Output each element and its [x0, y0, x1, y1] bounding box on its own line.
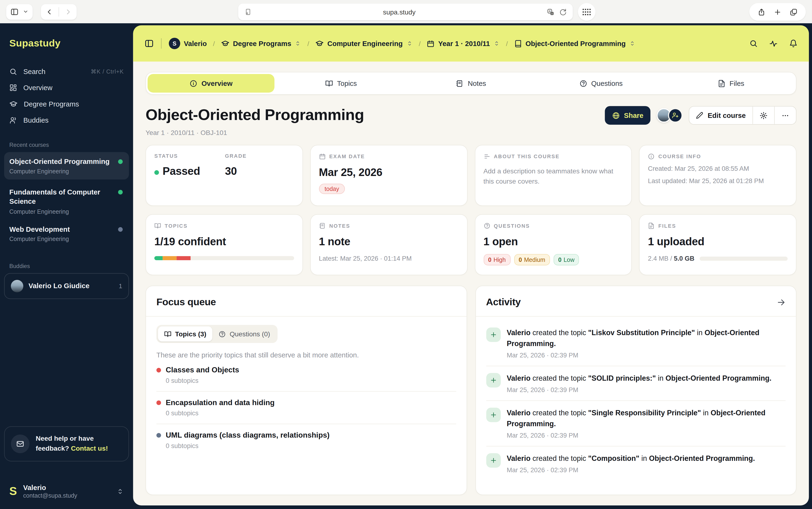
sidebar-item-degree-programs[interactable]: Degree Programs [4, 96, 129, 112]
course-info-label-text: COURSE INFO [658, 154, 701, 159]
plus-icon [490, 377, 497, 384]
file-icon [648, 223, 655, 229]
reader-icon[interactable] [244, 8, 252, 16]
sidebar-nav: Search ⌘K / Ctrl+K Overview Degree Progr… [4, 64, 129, 128]
breadcrumb-user-label: Valerio [184, 40, 207, 47]
search-icon [9, 68, 17, 76]
chevrons-up-down-icon [295, 40, 301, 46]
topic-title: Classes and Objects [166, 366, 239, 374]
about-label: ABOUT THIS COURSE [483, 153, 623, 160]
storage-total: 5.0 GB [674, 255, 694, 262]
notes-label: NOTES [319, 223, 459, 229]
activity-item[interactable]: Valerio created the topic "SOLID princip… [486, 366, 786, 400]
grade-col: GRADE 30 [225, 153, 247, 178]
activity-user: Valerio [507, 329, 530, 337]
topic-status-dot [156, 368, 161, 372]
notes-card: NOTES 1 note Latest: Mar 25, 2026 · 01:1… [310, 214, 468, 275]
browser-sidebar-control[interactable] [6, 4, 33, 19]
panel-sidebar-icon[interactable] [10, 8, 19, 16]
new-tab-icon[interactable] [774, 8, 782, 16]
tab-files[interactable]: Files [667, 74, 794, 93]
buddy-item[interactable]: Valerio Lo Giudice 1 [4, 273, 129, 299]
activity-content: Valerio created the topic "Liskov Substi… [507, 328, 786, 359]
bell-icon[interactable] [789, 39, 798, 48]
course-item-webdev[interactable]: Web Development Computer Engineering [4, 219, 129, 247]
forward-icon[interactable] [64, 8, 72, 16]
add-collaborator-button[interactable] [668, 108, 683, 123]
tab-questions[interactable]: Questions [537, 74, 664, 93]
url-text[interactable]: supa.study [252, 8, 547, 16]
user-menu[interactable]: S Valerio contact@supa.study [4, 480, 129, 502]
course-item-fundamentals[interactable]: Fundamentals of Computer Science Compute… [4, 183, 129, 219]
activity-time: Mar 25, 2026 · 02:39 PM [507, 386, 772, 394]
grid-icon [583, 8, 591, 15]
back-icon[interactable] [45, 8, 54, 16]
help-circle-icon [483, 223, 490, 229]
sidebar: Supastudy Search ⌘K / Ctrl+K Overview De… [0, 23, 133, 509]
activity-topic: "Liskov Substitution Principle" [588, 329, 695, 337]
reload-icon[interactable] [559, 8, 567, 16]
page-title: Object-Oriented Programming [146, 106, 364, 124]
activity-list: Valerio created the topic "Liskov Substi… [475, 317, 796, 489]
activity-item[interactable]: Valerio created the topic "Liskov Substi… [486, 321, 786, 366]
activity-course: Object-Oriented Programming. [665, 374, 772, 382]
activity-header: Activity [475, 286, 796, 316]
storage-used: 2.4 MB / [648, 255, 672, 262]
focus-item[interactable]: Classes and Objects 0 subtopics [156, 359, 456, 391]
breadcrumb-course-area[interactable]: Computer Engineering [315, 39, 412, 48]
browser-window-controls [749, 3, 806, 21]
status-dot [154, 170, 159, 175]
breadcrumb-user[interactable]: S Valerio [169, 38, 207, 49]
sidebar-item-overview[interactable]: Overview [4, 80, 129, 96]
activity-item[interactable]: Valerio created the topic "Composition" … [486, 446, 786, 480]
settings-button[interactable] [753, 106, 774, 124]
course-item-oop[interactable]: Object-Oriented Programming Computer Eng… [4, 152, 129, 179]
url-bar[interactable]: supa.study Ax [238, 4, 573, 20]
today-badge: today [319, 183, 345, 194]
focus-item[interactable]: Encapsulation and data hiding 0 subtopic… [156, 392, 456, 423]
breadcrumb-degree-program[interactable]: Degree Programs [221, 39, 301, 48]
toggle-questions[interactable]: Questions (0) [213, 326, 276, 341]
info-icon [189, 79, 197, 87]
course-tabs: Overview Topics Notes Questions [146, 72, 797, 95]
breadcrumb-label: Year 1 · 2010/11 [438, 40, 490, 47]
chevron-down-icon[interactable] [23, 9, 29, 14]
status-card: STATUS Passed GRADE 30 [146, 145, 303, 206]
arrow-right-icon[interactable] [777, 298, 786, 306]
grid-apps-button[interactable] [578, 3, 595, 21]
breadcrumb-course[interactable]: Object-Oriented Programming [514, 40, 635, 47]
focus-item[interactable]: UML diagrams (class diagrams, relationsh… [156, 424, 456, 456]
tab-overview[interactable]: Overview [148, 74, 275, 93]
feedback-text: Need help or have feedback? Contact us! [36, 434, 108, 454]
progress-segment-red [177, 256, 191, 260]
activity-text: Valerio created the topic "Liskov Substi… [507, 328, 786, 349]
sidebar-item-buddies[interactable]: Buddies [4, 112, 129, 128]
tab-overview-icon[interactable] [790, 8, 798, 16]
about-text: Add a description so teammates know what… [483, 166, 623, 186]
breadcrumb-year[interactable]: Year 1 · 2010/11 [427, 40, 500, 47]
medium-priority-badge: 0Medium [514, 254, 550, 265]
sidebar-item-search[interactable]: Search ⌘K / Ctrl+K [4, 64, 129, 80]
chevrons-up-down-icon [406, 40, 412, 46]
more-options-button[interactable] [775, 106, 796, 124]
share-icon[interactable] [758, 8, 766, 16]
translate-icon[interactable]: Ax [547, 8, 555, 16]
status-label: STATUS [154, 153, 200, 159]
toggle-topics[interactable]: Topics (3) [158, 326, 213, 341]
contact-us-link[interactable]: Contact us! [71, 444, 108, 452]
status-value: Passed [154, 165, 200, 177]
activity-pulse-icon[interactable] [769, 39, 778, 48]
tab-notes[interactable]: Notes [408, 74, 534, 93]
search-shortcut: ⌘K / Ctrl+K [91, 68, 124, 75]
activity-item[interactable]: Valerio created the topic "Single Respon… [486, 401, 786, 446]
file-icon [718, 79, 725, 87]
search-icon[interactable] [749, 39, 758, 48]
edit-course-button[interactable]: Edit course [689, 106, 752, 124]
panel-toggle-icon[interactable] [145, 39, 154, 48]
tab-topics[interactable]: Topics [278, 74, 404, 93]
user-brand-initial: S [9, 484, 17, 498]
low-priority-badge: 0Low [554, 254, 579, 265]
share-button[interactable]: Share [605, 106, 651, 125]
buddies-label: Buddies [9, 263, 129, 269]
questions-label-text: QUESTIONS [494, 223, 530, 229]
